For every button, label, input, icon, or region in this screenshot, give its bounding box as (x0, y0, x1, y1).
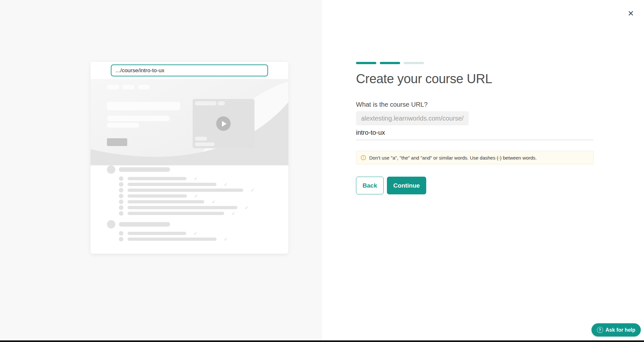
skeleton-section: ✓✓✓✓✓✓✓ (107, 165, 255, 216)
skeleton-nav-chips (107, 85, 150, 89)
skeleton-hero-line (107, 102, 180, 110)
skeleton-lesson-bullet (119, 176, 123, 181)
skeleton-video-pill (195, 137, 207, 141)
skeleton-lesson-row: ✓ (119, 211, 255, 216)
skeleton-video-pill (218, 101, 225, 105)
skeleton-nav-chip (122, 85, 135, 89)
back-button[interactable]: Back (356, 177, 384, 194)
check-icon: ✓ (224, 237, 228, 241)
skeleton-lesson-bar (128, 238, 216, 241)
skeleton-section: ✓✓ (107, 220, 255, 241)
skeleton-section-title-bar (119, 222, 170, 227)
skeleton-lesson-bullet (119, 194, 123, 198)
skeleton-lesson-bullet (119, 237, 123, 241)
bottom-bar (0, 340, 644, 342)
skeleton-lesson-bar (128, 200, 204, 203)
check-icon: ✓ (212, 200, 216, 204)
skeleton-lesson-bullet (119, 200, 123, 204)
preview-browser-header: .../course/intro-to-ux (91, 62, 288, 79)
url-prefix: alextesting.learnworlds.com/course/ (356, 111, 469, 125)
skeleton-lesson-bar (128, 206, 237, 209)
continue-button[interactable]: Continue (387, 177, 426, 194)
skeleton-lesson-bullet (119, 205, 123, 210)
progress-step-1 (356, 62, 376, 64)
skeleton-hero-line (107, 123, 139, 128)
skeleton-video-pill (195, 142, 215, 146)
skeleton-lesson-bar (128, 183, 216, 186)
check-icon: ✓ (232, 211, 235, 216)
skeleton-lesson-bar (128, 177, 187, 180)
skeleton-lesson-bar (128, 212, 224, 215)
skeleton-video-card (193, 99, 255, 148)
wizard-panel: ✕ Create your course URL What is the cou… (322, 0, 644, 342)
skeleton-section-header (107, 165, 255, 174)
skeleton-nav-chip (138, 85, 150, 89)
close-button[interactable]: ✕ (625, 8, 637, 19)
course-preview-card: .../course/intro-to-ux (91, 62, 288, 254)
skeleton-section-title-bar (119, 167, 170, 172)
skeleton-section-avatar (107, 220, 115, 229)
question-mark-icon: ? (597, 327, 603, 333)
check-icon: ✓ (194, 194, 198, 198)
progress-steps (356, 62, 424, 64)
skeleton-lesson-bullet (119, 182, 123, 187)
skeleton-video-pill (195, 101, 216, 105)
preview-url-text: .../course/intro-to-ux (116, 67, 164, 74)
check-icon: ✓ (194, 231, 197, 236)
course-wizard-screen: .../course/intro-to-ux (0, 0, 644, 342)
skeleton-curriculum-list: ✓✓✓✓✓✓✓✓✓ (107, 165, 255, 243)
skeleton-lesson-row: ✓ (119, 194, 255, 198)
page-title: Create your course URL (356, 72, 492, 86)
skeleton-lesson-row: ✓ (119, 182, 255, 187)
warning-icon: ! (361, 155, 366, 160)
skeleton-section-avatar (107, 165, 115, 174)
warning-text: Don't use "a", "the" and "and" or simila… (369, 155, 537, 161)
progress-step-3 (404, 62, 424, 64)
skeleton-lesson-row: ✓ (119, 231, 255, 236)
skeleton-lesson-bar (128, 189, 243, 192)
check-icon: ✓ (245, 205, 249, 210)
skeleton-lesson-bullet (119, 211, 123, 216)
skeleton-section-header (107, 220, 255, 229)
question-label: What is the course URL? (356, 101, 428, 108)
play-icon (216, 116, 231, 131)
skeleton-lesson-bar (128, 232, 186, 235)
skeleton-lesson-row: ✓ (119, 237, 255, 241)
preview-url-bar: .../course/intro-to-ux (111, 64, 268, 76)
hero-swoosh-background (91, 79, 288, 165)
skeleton-lesson-row: ✓ (119, 205, 255, 210)
skeleton-nav-chip (107, 85, 119, 89)
preview-panel: .../course/intro-to-ux (0, 0, 322, 342)
warning-banner: ! Don't use "a", "the" and "and" or simi… (356, 151, 594, 164)
check-icon: ✓ (251, 188, 255, 192)
ask-for-help-button[interactable]: ? Ask for help (591, 323, 641, 337)
skeleton-lesson-bullet (119, 188, 123, 192)
skeleton-lesson-bar (128, 194, 187, 198)
check-icon: ✓ (224, 182, 228, 187)
skeleton-hero-line (107, 116, 170, 121)
wizard-actions: Back Continue (356, 177, 426, 194)
progress-step-2 (380, 62, 400, 64)
skeleton-lesson-bullet (119, 231, 123, 236)
skeleton-lesson-row: ✓ (119, 188, 255, 192)
course-slug-input[interactable] (356, 128, 594, 140)
preview-hero-skeleton (91, 79, 288, 165)
skeleton-hero-button (107, 138, 127, 146)
check-icon: ✓ (194, 176, 198, 181)
skeleton-lesson-row: ✓ (119, 176, 255, 181)
ask-for-help-label: Ask for help (606, 327, 635, 333)
skeleton-lesson-row: ✓ (119, 200, 255, 204)
